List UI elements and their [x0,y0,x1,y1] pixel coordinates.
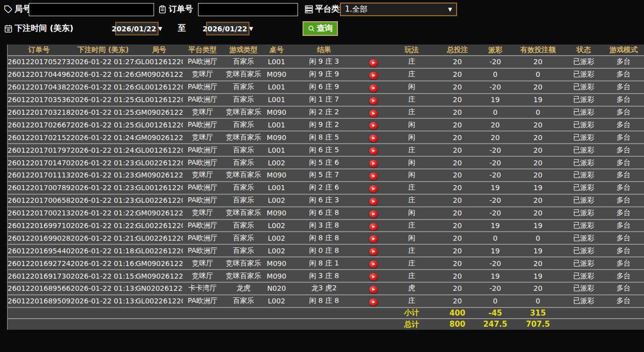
total-bet-cell: 20 [436,270,479,282]
play-video-icon[interactable]: ▶ [369,210,378,218]
status-cell: 已派彩 [565,219,603,232]
date-to-picker[interactable]: 2026/01/22 ▼ [206,22,250,35]
table-row: 2601220169902812026-01-22 01:21:48GL0022… [8,232,644,244]
valid-bet-cell: 20 [512,207,565,219]
play-type-cell: 庄 [388,244,436,257]
column-header: 状态 [565,45,603,56]
table-number-cell: M090 [265,131,289,144]
play-video-icon[interactable]: ▶ [369,97,378,105]
play-video-icon[interactable]: ▶ [369,185,378,193]
game-type-cell: 竞咪百家乐 [223,106,265,119]
date-to-value: 2026/01/22 [203,25,247,33]
round-number-cell: GM09026122027 [136,270,183,282]
play-cell: ▶ [360,81,388,94]
column-header: 总投注 [436,45,479,56]
play-triangle-glyph: ▶ [372,112,375,115]
subtotal-row: 小计400-45315 [8,307,644,319]
summary-value: 315 [512,307,565,319]
play-video-icon[interactable]: ▶ [369,172,378,180]
table-number-cell: L001 [265,56,289,68]
table-number-cell: L001 [265,144,289,156]
total-bet-cell: 20 [436,295,479,307]
query-button[interactable]: 查询 [303,21,338,36]
empty-cell [603,319,644,330]
play-video-icon[interactable]: ▶ [369,235,378,243]
date-from-picker[interactable]: 2026/01/22 ▼ [115,22,159,35]
platform-type-cell: 竞咪厅 [183,68,223,81]
round-number-cell: GL00126122034 [136,144,183,156]
table-number-cell: L002 [265,244,289,257]
play-video-icon[interactable]: ▶ [369,286,378,293]
round-number-input[interactable] [29,3,154,16]
chevron-down-icon: ▼ [158,26,162,31]
result-cell: 闲 8 庄 8 [289,232,360,244]
play-video-icon[interactable]: ▶ [369,72,378,79]
play-type-cell: 庄 [388,194,436,207]
play-video-icon[interactable]: ▶ [369,298,378,306]
play-video-icon[interactable]: ▶ [369,59,378,67]
platform-type-cell: 竞咪厅 [183,169,223,182]
order-number-cell: 260122017032184 [8,106,71,119]
play-cell: ▶ [360,169,388,182]
status-cell: 已派彩 [565,270,603,282]
summary-value: 707.5 [512,319,565,330]
valid-bet-cell: 0 [512,232,565,244]
play-cell: ▶ [360,295,388,307]
summary-value: 247.5 [479,319,512,330]
play-triangle-glyph: ▶ [372,237,375,241]
play-cell: ▶ [360,282,388,295]
bet-time-cell: 2026-01-22 01:25:41 [71,94,136,106]
filter-bar: 局号 订单号 平台类型 1.全部 ▼ 下注时间 (美东) 2026/01/22 … [0,0,644,45]
total-bet-cell: 20 [436,131,479,144]
play-video-icon[interactable]: ▶ [369,84,378,92]
game-mode-cell: 多台 [603,169,644,182]
table-number-cell: N020 [265,282,289,295]
game-mode-cell: 多台 [603,68,644,81]
play-type-cell: 闲 [388,232,436,244]
column-header: 派彩 [479,45,512,56]
payout-cell: 0 [479,68,512,81]
round-number-cell: GL00226122034 [136,194,183,207]
play-type-cell: 庄 [388,182,436,194]
play-video-icon[interactable]: ▶ [369,248,378,255]
game-mode-cell: 多台 [603,94,644,106]
empty-cell [183,319,223,330]
game-type-cell: 百家乐 [223,219,265,232]
order-number-input[interactable] [198,3,298,16]
play-video-icon[interactable]: ▶ [369,135,378,142]
search-icon [308,25,315,32]
platform-type-select[interactable]: 1.全部 ▼ [340,3,457,16]
bet-time-cell: 2026-01-22 01:23:21 [71,182,136,194]
valid-bet-cell: 20 [512,56,565,68]
total-bet-cell: 20 [436,219,479,232]
play-video-icon[interactable]: ▶ [369,198,378,205]
platform-type-selected-value: 1.全部 [345,5,367,14]
result-cell: 闲 9 庄 3 [289,56,360,68]
play-video-icon[interactable]: ▶ [369,223,378,231]
play-video-icon[interactable]: ▶ [369,147,378,155]
result-cell: 闲 8 庄 5 [289,131,360,144]
round-number-cell: GL00226122035 [136,156,183,169]
play-video-icon[interactable]: ▶ [369,122,378,129]
play-video-icon[interactable]: ▶ [369,160,378,167]
chevron-down-icon: ▼ [448,7,452,12]
column-header: 桌号 [265,45,289,56]
game-mode-cell: 多台 [603,118,644,131]
total-bet-cell: 20 [436,144,479,156]
play-video-icon[interactable]: ▶ [369,110,378,117]
play-triangle-glyph: ▶ [372,174,375,178]
status-cell: 已派彩 [565,182,603,194]
status-cell: 已派彩 [565,81,603,94]
valid-bet-cell: 20 [512,144,565,156]
order-number-cell: 260122016954408 [8,244,71,257]
platform-type-cell: PA欧洲厅 [183,144,223,156]
game-type-cell: 百家乐 [223,56,265,68]
table-number-cell: M090 [265,257,289,270]
play-triangle-glyph: ▶ [372,250,375,253]
table-row: 2601220168956652026-01-22 01:13:14GN0202… [8,282,644,295]
empty-cell [265,319,289,330]
play-video-icon[interactable]: ▶ [369,260,378,268]
game-mode-cell: 多台 [603,144,644,156]
play-video-icon[interactable]: ▶ [369,273,378,281]
result-cell: 闲 5 庄 6 [289,156,360,169]
